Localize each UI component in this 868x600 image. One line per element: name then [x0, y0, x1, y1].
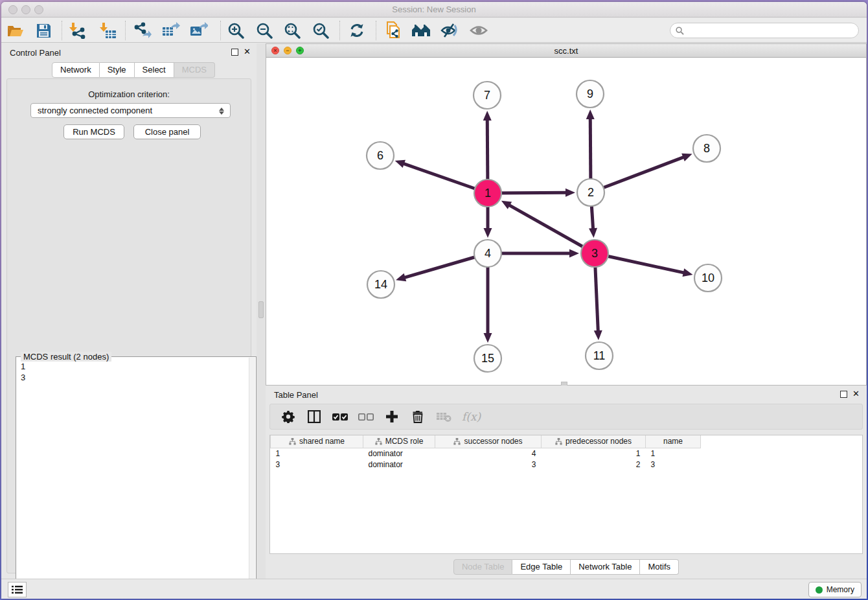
graph-node-label: 10 [702, 271, 714, 284]
open-folder-icon[interactable] [5, 20, 27, 41]
table-toolbar: f(x) [269, 404, 863, 430]
table-cell[interactable]: dominator [363, 459, 435, 470]
show-all-icon[interactable] [468, 20, 490, 41]
table-row[interactable]: 3dominator323 [271, 459, 711, 470]
refresh-layout-icon[interactable] [346, 20, 368, 41]
column-header-MCDS-role[interactable]: MCDS role [363, 435, 435, 448]
close-panel-button[interactable]: Close panel [133, 124, 201, 139]
graph-edge-2-8[interactable] [591, 157, 684, 192]
export-network-icon[interactable] [131, 20, 154, 41]
float-icon[interactable] [231, 49, 238, 56]
save-icon[interactable] [32, 20, 54, 41]
function-builder-icon: f(x) [462, 410, 481, 423]
export-table-icon[interactable] [160, 20, 182, 41]
search-box[interactable] [670, 23, 859, 38]
zoom-out-icon[interactable] [253, 20, 275, 41]
network-title: scc.txt [266, 46, 866, 56]
select-all-icon[interactable] [332, 409, 348, 424]
arrowhead-icon [594, 330, 602, 340]
graph-node-label: 7 [484, 89, 490, 102]
network-view-window: × − + scc.txt 7968124314101511 [266, 43, 867, 386]
control-panel-title: Control Panel [10, 48, 61, 58]
column-header-successor-nodes[interactable]: successor nodes [435, 435, 542, 448]
graph-node-label: 8 [703, 142, 710, 155]
zoom-in-icon[interactable] [225, 20, 247, 41]
new-network-from-selection-icon[interactable] [382, 20, 404, 41]
result-scrollbar[interactable] [249, 358, 255, 599]
table-cell[interactable]: 3 [435, 459, 542, 470]
tab-select[interactable]: Select [135, 62, 174, 78]
tab-edge-table[interactable]: Edge Table [512, 559, 571, 575]
hierarchy-icon [555, 438, 562, 445]
column-header-name[interactable]: name [646, 435, 701, 448]
criterion-value: strongly connected component [38, 106, 152, 115]
table-row[interactable]: 1dominator411 [271, 448, 711, 459]
network-graph-canvas[interactable]: 7968124314101511 [266, 58, 866, 385]
tab-network[interactable]: Network [52, 62, 100, 78]
graph-node-label: 3 [591, 247, 598, 260]
tab-network-table[interactable]: Network Table [571, 559, 640, 575]
vertical-splitter[interactable] [257, 43, 266, 579]
delete-icon[interactable] [410, 409, 426, 424]
table-cell[interactable]: 4 [435, 448, 542, 459]
arrowhead-icon [395, 160, 405, 168]
control-panel-tabs: NetworkStyleSelectMCDS [52, 62, 215, 78]
graph-node-label: 1 [485, 187, 491, 200]
delete-table-icon [436, 409, 451, 424]
zoom-fit-icon[interactable] [281, 20, 303, 41]
table-float-icon[interactable] [840, 391, 847, 398]
export-image-icon[interactable] [188, 20, 210, 41]
arrowhead-icon [589, 228, 597, 238]
tab-motifs[interactable]: Motifs [640, 559, 679, 575]
list-icon [12, 585, 23, 594]
tab-style[interactable]: Style [100, 62, 135, 78]
mcds-panel: Optimization criterion: strongly connect… [6, 78, 251, 573]
hierarchy-icon [375, 438, 382, 445]
optimization-criterion-label: Optimization criterion: [7, 89, 251, 99]
column-header-shared-name[interactable]: shared name [271, 435, 363, 448]
search-input[interactable] [684, 26, 858, 35]
network-titlebar[interactable]: × − + scc.txt [266, 44, 866, 58]
import-network-icon[interactable] [67, 20, 89, 41]
table-cell[interactable]: 1 [646, 448, 701, 459]
criterion-select[interactable]: strongly connected component [30, 103, 231, 118]
graph-node-label: 11 [593, 349, 606, 362]
table-cell[interactable]: 1 [542, 448, 646, 459]
arrowhead-icon [586, 110, 595, 119]
status-bar: Memory [1, 579, 867, 599]
gear-icon[interactable] [280, 409, 296, 424]
arrowhead-icon [396, 273, 406, 281]
table-cell[interactable]: 1 [271, 448, 363, 459]
import-table-icon[interactable] [97, 20, 119, 41]
mcds-result-text: 1 3 [17, 361, 248, 599]
zoom-selected-icon[interactable] [310, 20, 332, 41]
tab-node-table[interactable]: Node Table [453, 559, 513, 575]
search-icon [676, 27, 684, 35]
task-history-button[interactable] [8, 582, 27, 597]
table-close-icon[interactable]: ✕ [852, 389, 860, 398]
table-cell[interactable]: 2 [542, 459, 646, 470]
window-title: Session: New Session [1, 5, 867, 14]
run-mcds-button[interactable]: Run MCDS [63, 124, 124, 139]
control-panel: Control Panel ✕ NetworkStyleSelectMCDS O… [1, 43, 257, 579]
add-column-icon[interactable] [384, 409, 400, 424]
memory-status-icon [816, 586, 823, 594]
memory-button[interactable]: Memory [808, 582, 862, 597]
split-panel-icon[interactable] [306, 409, 322, 424]
application-window: Session: New Session [1, 2, 867, 599]
graph-edge-3-1[interactable] [508, 205, 595, 253]
deselect-all-icon[interactable] [358, 409, 374, 424]
close-icon[interactable]: ✕ [244, 47, 251, 56]
table-cell[interactable]: dominator [363, 448, 435, 459]
first-neighbors-icon[interactable] [410, 20, 432, 41]
arrowhead-icon [484, 333, 492, 343]
hide-selection-icon[interactable] [439, 20, 461, 41]
select-stepper-icon [217, 106, 226, 116]
tab-mcds[interactable]: MCDS [174, 62, 215, 78]
column-header-predecessor-nodes[interactable]: predecessor nodes [542, 435, 646, 448]
graph-node-label: 15 [481, 352, 494, 365]
table-cell[interactable]: 3 [646, 459, 701, 470]
table-cell[interactable]: 3 [271, 459, 363, 470]
main-toolbar [1, 18, 867, 43]
graph-node-label: 4 [485, 247, 491, 260]
